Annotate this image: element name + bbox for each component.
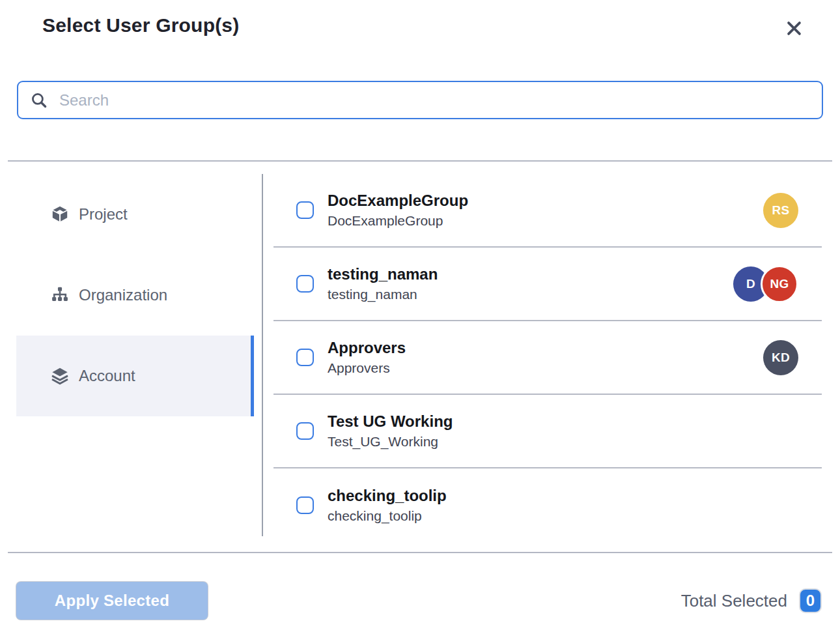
- sidebar-item-label: Account: [79, 367, 135, 385]
- group-checkbox[interactable]: [296, 201, 314, 219]
- scope-sidebar: Project Organization: [16, 174, 254, 416]
- group-subtitle: DocExampleGroup: [328, 210, 468, 231]
- group-text: DocExampleGroup DocExampleGroup: [328, 190, 468, 231]
- group-row[interactable]: Approvers Approvers KD: [273, 321, 822, 395]
- avatar: KD: [763, 340, 798, 375]
- avatar: NG: [761, 265, 798, 303]
- group-checkbox[interactable]: [296, 422, 314, 440]
- total-selected-label: Total Selected: [681, 591, 787, 611]
- group-title: Approvers: [328, 338, 406, 358]
- group-row[interactable]: Test UG Working Test_UG_Working: [273, 395, 822, 468]
- group-title: checking_toolip: [328, 485, 447, 506]
- search-icon: [30, 91, 48, 109]
- layers-icon: [51, 367, 69, 385]
- vertical-divider: [262, 174, 263, 536]
- avatar-group: D NG: [733, 265, 798, 303]
- apply-selected-button[interactable]: Apply Selected: [16, 582, 208, 620]
- group-checkbox[interactable]: [296, 349, 314, 366]
- sidebar-item-account[interactable]: Account: [16, 336, 254, 416]
- modal-content: Project Organization: [0, 174, 840, 547]
- close-icon: [784, 18, 804, 38]
- group-row[interactable]: checking_toolip checking_toolip: [273, 468, 822, 542]
- search-input[interactable]: [59, 91, 810, 109]
- page-title: Select User Group(s): [42, 14, 239, 36]
- select-user-group-modal: Select User Group(s): [0, 0, 840, 632]
- group-subtitle: checking_toolip: [328, 506, 447, 526]
- org-chart-icon: [51, 286, 69, 304]
- bottom-divider: [8, 552, 832, 553]
- top-divider: [8, 160, 832, 162]
- group-title: Test UG Working: [328, 411, 453, 431]
- avatar: RS: [763, 193, 798, 228]
- sidebar-item-project[interactable]: Project: [16, 174, 254, 255]
- group-checkbox[interactable]: [296, 496, 314, 514]
- modal-footer: Apply Selected Total Selected 0: [16, 580, 822, 622]
- sidebar-item-label: Project: [79, 205, 128, 223]
- total-selected-count-badge: 0: [799, 588, 822, 613]
- avatar-group: KD: [763, 340, 798, 375]
- group-subtitle: Test_UG_Working: [328, 431, 453, 452]
- group-title: testing_naman: [328, 264, 438, 284]
- sidebar-item-organization[interactable]: Organization: [16, 255, 254, 336]
- group-subtitle: Approvers: [328, 358, 406, 378]
- group-checkbox[interactable]: [296, 275, 314, 293]
- group-row[interactable]: DocExampleGroup DocExampleGroup RS: [273, 174, 822, 248]
- close-button[interactable]: [781, 16, 806, 40]
- group-text: Test UG Working Test_UG_Working: [328, 411, 453, 452]
- group-text: Approvers Approvers: [328, 338, 406, 378]
- search-box: [17, 81, 823, 119]
- avatar-group: RS: [763, 193, 798, 228]
- group-title: DocExampleGroup: [328, 190, 468, 210]
- sidebar-item-label: Organization: [79, 286, 167, 304]
- group-subtitle: testing_naman: [328, 284, 438, 304]
- group-text: checking_toolip checking_toolip: [328, 485, 447, 526]
- group-row[interactable]: testing_naman testing_naman D NG: [273, 248, 822, 321]
- group-text: testing_naman testing_naman: [328, 264, 438, 304]
- cube-icon: [51, 205, 69, 223]
- user-group-list: DocExampleGroup DocExampleGroup RS testi…: [273, 174, 822, 542]
- total-selected: Total Selected 0: [681, 588, 822, 613]
